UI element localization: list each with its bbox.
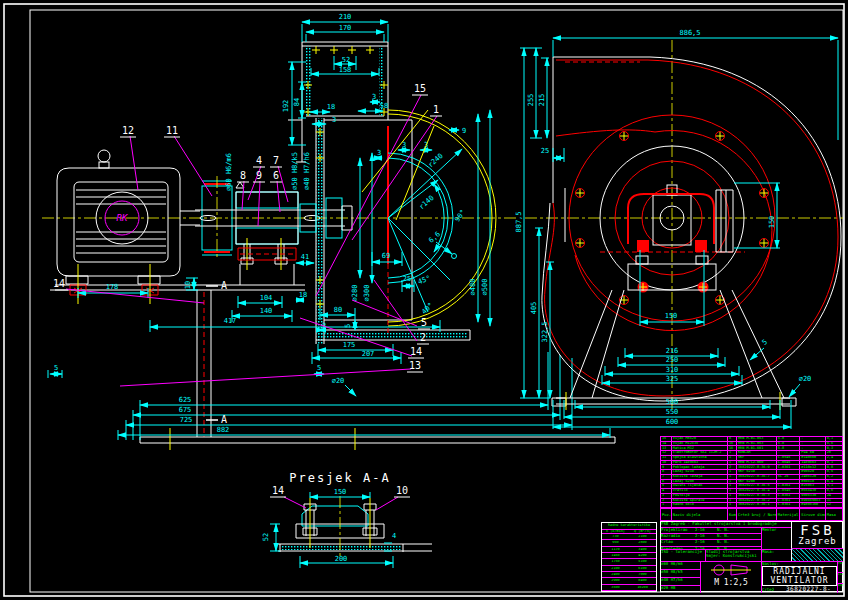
mentor-cell: Mentor xyxy=(761,528,791,549)
bom-dims: ⌀80x18 xyxy=(800,480,825,484)
bom-pos: 12 xyxy=(661,451,672,455)
bom-material: Č.0361 xyxy=(777,503,801,507)
bom-norm: SKF 6208 xyxy=(737,480,777,484)
bom-dims: ⌀110x12 xyxy=(800,465,825,469)
right-dim-texts: 886,5 255 215 25 887,5 405 322,5 150 150… xyxy=(515,29,811,426)
bom-qty: 1 xyxy=(728,461,737,465)
dim-325: 325 xyxy=(666,375,679,383)
bom-norm: 36820227-8-36-3 xyxy=(737,494,777,498)
dim-200s: 200 xyxy=(335,555,348,563)
dim-58: 58 xyxy=(380,102,388,110)
dim-150s: 150 xyxy=(334,488,347,496)
dim-52: 52 xyxy=(342,56,350,64)
bom-material: - xyxy=(777,470,801,474)
bom-mass: 3,1 xyxy=(826,484,842,488)
balloon-2: 2 xyxy=(420,332,426,343)
bom-mass: 0,1 xyxy=(826,461,842,465)
drawing-title: RADIJALNI VENTILATOR xyxy=(762,566,837,586)
bom-qty: 1 xyxy=(728,499,737,503)
bom-mass: 31 xyxy=(826,499,842,503)
bom-qty: 1 xyxy=(728,451,737,455)
fit-50: ⌀50 H8/k5 xyxy=(291,152,299,190)
bom-dims: ⌀65x430 xyxy=(800,489,825,493)
bom-mass: 12 xyxy=(826,503,842,507)
bom-pos: 15 xyxy=(661,437,672,441)
data-table-value-a: 2900 xyxy=(602,579,629,583)
bom-dims: ⌀90x20 xyxy=(800,470,825,474)
bom-norm: HRN M.B1.053 xyxy=(737,442,777,446)
tolerance-row: ⌀20 H8 xyxy=(661,586,700,593)
bom-name: Poklopac ležaja xyxy=(672,465,728,469)
dim-600: 600 xyxy=(666,418,679,426)
bom-name: Vratilo xyxy=(672,489,728,493)
bom-name: Kućište spirale xyxy=(672,499,728,503)
bom-mass: 0,4 xyxy=(826,480,842,484)
data-table-value-a: 3500 xyxy=(602,586,629,590)
bom-name: Usisni lijevak xyxy=(672,484,728,488)
right-view: 886,5 255 215 25 887,5 405 322,5 150 150… xyxy=(515,29,843,429)
bom-pos: 14 xyxy=(661,442,672,446)
bom-norm: 36820227-8-36-5 xyxy=(737,484,777,488)
dim-40deg: 40° xyxy=(420,301,435,316)
dim-dia280: ⌀280 xyxy=(351,285,359,302)
dim-215: 215 xyxy=(538,94,546,107)
signature-name: N. N. xyxy=(717,540,761,545)
dim-9: 9 xyxy=(462,127,466,135)
dim-3b: 3 xyxy=(372,93,376,101)
bom-norm: 36820227-8-36-1 xyxy=(737,503,777,507)
dim-192: 192 xyxy=(282,100,290,113)
signature-date: 2-16 xyxy=(695,534,717,539)
signature-rows: Projektirao 2-16 N. N. Razradio 2-16 N. … xyxy=(661,528,761,549)
bom-pos: 11 xyxy=(661,456,672,460)
section-title: Presjek A-A xyxy=(289,471,390,485)
data-table-value-b: 10200 xyxy=(629,586,656,590)
bom-qty: 1 xyxy=(728,470,737,474)
dim-178: 178 xyxy=(106,283,119,291)
dim-255: 255 xyxy=(527,94,535,107)
data-table-value-b: 7000 xyxy=(629,573,656,577)
dim-210: 210 xyxy=(339,13,352,21)
dim-41: 41 xyxy=(301,253,309,261)
dim-250: 250 xyxy=(666,356,679,364)
bom-dims: - xyxy=(800,442,825,446)
cad-sheet: RK xyxy=(0,0,848,600)
bom-pos: 7 xyxy=(661,475,672,479)
data-table-value-a: 960 xyxy=(602,541,629,545)
bom-material: 5.8 xyxy=(777,437,801,441)
study-cell: Studij strojarstva Smjer: Konstrukcijski xyxy=(706,549,761,561)
bom-material: 5.8 xyxy=(777,442,801,446)
data-table-col-a: n [o/min] xyxy=(602,530,629,534)
balloon-14-mid: 14 xyxy=(410,346,422,357)
bom-material: SL 25 xyxy=(777,475,801,479)
data-table-value-a: 2100 xyxy=(602,567,629,571)
bom-dims: 14x9x63 xyxy=(800,461,825,465)
bom-material: Č.0545 xyxy=(777,456,801,460)
format-label: Format xyxy=(838,562,843,573)
radial-dims xyxy=(388,130,462,312)
bom-name: Kućište ležaja xyxy=(672,475,728,479)
format-label: Kopija xyxy=(838,584,843,593)
bom-qty: 1 xyxy=(728,456,737,460)
bom-material: Č.0645 xyxy=(777,461,801,465)
dim-140: 140 xyxy=(260,307,273,315)
bom-norm: 36820227-8-36-4 xyxy=(737,489,777,493)
bom-dims: - xyxy=(800,446,825,450)
bom-pos: 8 xyxy=(661,470,672,474)
dim-625: 625 xyxy=(179,396,192,404)
dwg-label: Crtež broj: xyxy=(762,588,784,593)
bom-pos: 2 xyxy=(661,499,672,503)
balloon-10-section: 10 xyxy=(396,485,408,496)
bom-pos: 3 xyxy=(661,494,672,498)
bom-header-mass: Masa xyxy=(826,509,842,520)
dim-104: 104 xyxy=(260,294,273,302)
bom-qty: 1 xyxy=(728,484,737,488)
bom-mass: 6,2 xyxy=(826,475,842,479)
data-table-value-a: 2400 xyxy=(602,573,629,577)
bom-qty: 16 xyxy=(728,442,737,446)
data-table-rows: 730 2100 960 2800 1170 3400 1450 4200 17… xyxy=(602,534,656,591)
bom-mass: 0,8 xyxy=(826,465,842,469)
dim-5v: 5 xyxy=(344,324,352,328)
balloon-1: 1 xyxy=(433,104,439,115)
dim-84: 84 xyxy=(293,98,301,106)
dim-882: 882 xyxy=(217,426,230,434)
